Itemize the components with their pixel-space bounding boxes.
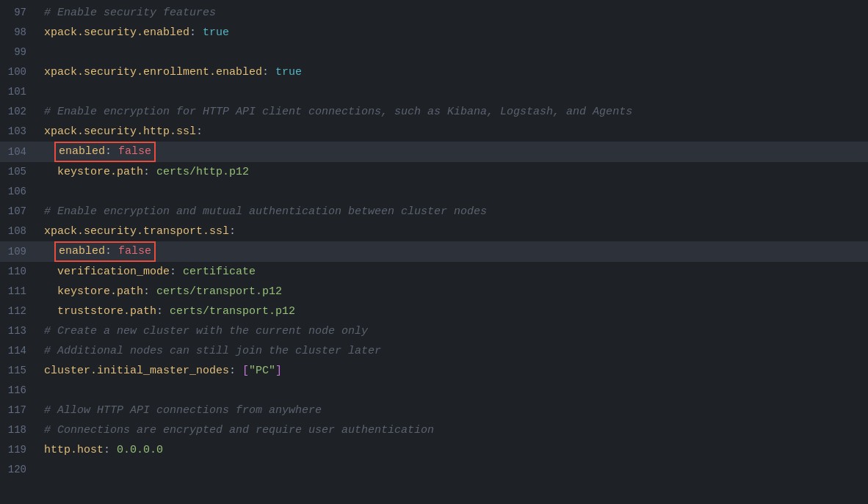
code-line-99: 99 xyxy=(0,43,868,62)
comment-118: # Connections are encrypted and require … xyxy=(44,424,434,437)
code-line-117: 117 # Allow HTTP API connections from an… xyxy=(0,401,868,420)
line-content-117: # Allow HTTP API connections from anywhe… xyxy=(38,402,868,420)
comment-107: # Enable encryption and mutual authentic… xyxy=(44,205,487,218)
line-content-97: # Enable security features xyxy=(38,4,868,22)
line-number-119: 119 xyxy=(0,442,38,458)
code-line-108: 108 xpack.security.transport.ssl: xyxy=(0,222,868,241)
key-100: xpack.security.enrollment.enabled xyxy=(44,66,262,78)
red-box-104: enabled: false xyxy=(54,142,156,162)
key-103: xpack.security.http.ssl xyxy=(44,125,196,138)
key-111: keystore.path xyxy=(57,285,143,298)
value-112: certs/transport.p12 xyxy=(170,305,295,318)
key-105: keystore.path xyxy=(57,166,143,178)
line-number-101: 101 xyxy=(0,84,38,100)
value-100: true xyxy=(275,66,302,78)
key-108: xpack.security.transport.ssl xyxy=(44,225,229,238)
line-number-100: 100 xyxy=(0,64,38,80)
line-content-109: enabled: false xyxy=(38,241,868,262)
line-number-102: 102 xyxy=(0,103,38,120)
line-content-113: # Create a new cluster with the current … xyxy=(38,323,868,340)
comment-113: # Create a new cluster with the current … xyxy=(44,325,368,337)
line-number-113: 113 xyxy=(0,323,38,339)
red-box-109: enabled: false xyxy=(54,241,156,262)
line-number-116: 116 xyxy=(0,382,38,398)
line-number-105: 105 xyxy=(0,164,38,180)
line-content-114: # Additional nodes can still join the cl… xyxy=(38,343,868,360)
bracket-open-115: [ xyxy=(242,365,249,377)
line-number-103: 103 xyxy=(0,123,38,139)
code-line-110: 110 verification_mode: certificate xyxy=(0,262,868,282)
key-109: enabled xyxy=(59,245,105,258)
key-119: http.host xyxy=(44,444,104,456)
code-line-111: 111 keystore.path: certs/transport.p12 xyxy=(0,282,868,302)
code-line-100: 100 xpack.security.enrollment.enabled: t… xyxy=(0,62,868,82)
comment-102: # Enable encryption for HTTP API client … xyxy=(44,106,632,118)
code-line-118: 118 # Connections are encrypted and requ… xyxy=(0,420,868,440)
code-line-119: 119 http.host: 0.0.0.0 xyxy=(0,440,868,460)
bracket-close-115: ] xyxy=(275,365,282,377)
line-number-108: 108 xyxy=(0,223,38,239)
line-content-118: # Connections are encrypted and require … xyxy=(38,422,868,439)
line-content-110: verification_mode: certificate xyxy=(38,263,868,281)
code-line-112: 112 truststore.path: certs/transport.p12 xyxy=(0,302,868,321)
line-content-103: xpack.security.http.ssl: xyxy=(38,123,868,141)
code-line-120: 120 xyxy=(0,460,868,480)
key-110: verification_mode xyxy=(57,266,170,278)
code-line-104: 104 enabled: false xyxy=(0,142,868,162)
code-line-107: 107 # Enable encryption and mutual authe… xyxy=(0,202,868,222)
key-98: xpack.security.enabled xyxy=(44,26,189,39)
line-number-97: 97 xyxy=(0,4,38,21)
line-content-112: truststore.path: certs/transport.p12 xyxy=(38,303,868,321)
value-109: false xyxy=(118,245,151,258)
code-line-101: 101 xyxy=(0,82,868,102)
code-line-102: 102 # Enable encryption for HTTP API cli… xyxy=(0,102,868,122)
code-line-106: 106 xyxy=(0,182,868,202)
value-115: "PC" xyxy=(249,365,275,377)
comment-97: # Enable security features xyxy=(44,7,216,19)
value-110: certificate xyxy=(183,266,256,278)
line-content-119: http.host: 0.0.0.0 xyxy=(38,442,868,459)
key-104: enabled xyxy=(59,145,105,158)
line-content-100: xpack.security.enrollment.enabled: true xyxy=(38,64,868,81)
code-line-103: 103 xpack.security.http.ssl: xyxy=(0,122,868,142)
code-line-97: 97 # Enable security features xyxy=(0,3,868,23)
line-content-115: cluster.initial_master_nodes: ["PC"] xyxy=(38,362,868,380)
comment-114: # Additional nodes can still join the cl… xyxy=(44,345,381,357)
line-number-112: 112 xyxy=(0,303,38,319)
key-112: truststore.path xyxy=(57,305,156,318)
line-content-111: keystore.path: certs/transport.p12 xyxy=(38,283,868,301)
line-number-120: 120 xyxy=(0,461,38,478)
line-number-115: 115 xyxy=(0,362,38,379)
code-line-98: 98 xpack.security.enabled: true xyxy=(0,23,868,43)
value-105: certs/http.p12 xyxy=(156,166,249,178)
line-number-104: 104 xyxy=(0,144,38,160)
value-98: true xyxy=(203,26,229,39)
line-content-98: xpack.security.enabled: true xyxy=(38,24,868,42)
line-number-107: 107 xyxy=(0,203,38,219)
line-content-108: xpack.security.transport.ssl: xyxy=(38,223,868,241)
code-line-109: 109 enabled: false xyxy=(0,241,868,262)
line-number-117: 117 xyxy=(0,402,38,418)
code-line-114: 114 # Additional nodes can still join th… xyxy=(0,341,868,361)
line-content-104: enabled: false xyxy=(38,142,868,162)
code-line-113: 113 # Create a new cluster with the curr… xyxy=(0,321,868,341)
line-content-105: keystore.path: certs/http.p12 xyxy=(38,164,868,181)
line-number-109: 109 xyxy=(0,244,38,260)
value-119: 0.0.0.0 xyxy=(117,444,163,456)
line-content-102: # Enable encryption for HTTP API client … xyxy=(38,103,868,121)
line-content-107: # Enable encryption and mutual authentic… xyxy=(38,203,868,221)
code-line-116: 116 xyxy=(0,381,868,401)
comment-117: # Allow HTTP API connections from anywhe… xyxy=(44,404,322,417)
line-number-111: 111 xyxy=(0,283,38,299)
key-115: cluster.initial_master_nodes xyxy=(44,365,229,377)
line-number-106: 106 xyxy=(0,183,38,200)
line-number-98: 98 xyxy=(0,24,38,40)
line-number-114: 114 xyxy=(0,343,38,359)
code-line-105: 105 keystore.path: certs/http.p12 xyxy=(0,162,868,182)
code-line-115: 115 cluster.initial_master_nodes: ["PC"] xyxy=(0,361,868,381)
value-111: certs/transport.p12 xyxy=(156,285,282,298)
value-104: false xyxy=(118,145,151,158)
line-number-118: 118 xyxy=(0,422,38,438)
line-number-99: 99 xyxy=(0,44,38,60)
code-editor: 97 # Enable security features 98 xpack.s… xyxy=(0,0,868,504)
